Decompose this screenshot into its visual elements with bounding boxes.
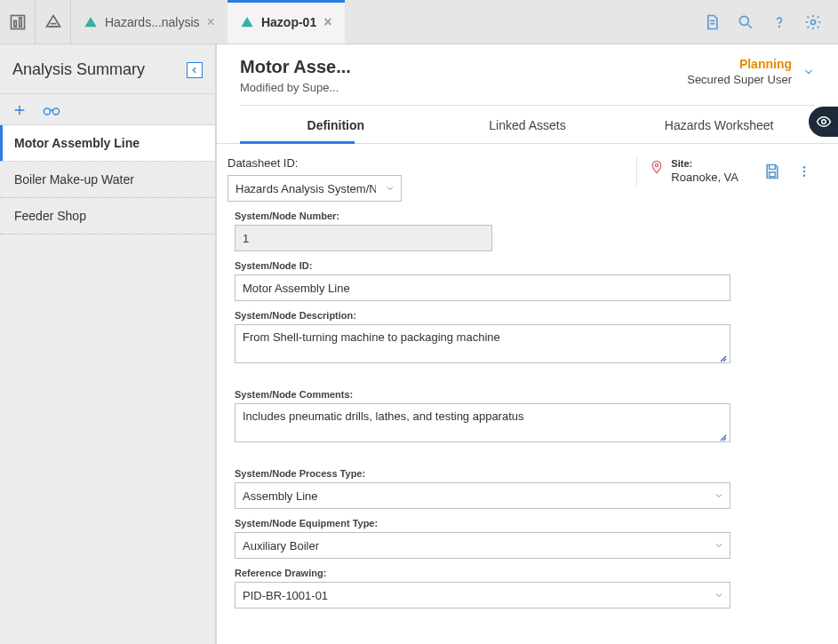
sidebar-item-label: Motor Assembly Line	[14, 136, 140, 150]
svg-point-9	[656, 163, 658, 166]
equipment-type-value: Auxiliary Boiler	[243, 539, 319, 553]
svg-rect-1	[13, 20, 15, 27]
svg-point-8	[822, 120, 826, 124]
document-icon	[703, 13, 721, 31]
svg-point-7	[52, 108, 59, 115]
collapse-sidebar-button[interactable]	[187, 62, 203, 78]
site-value: Roanoke, VA	[671, 171, 738, 184]
sidebar: Analysis Summary Motor Assembly Line B	[0, 44, 217, 644]
plus-icon	[12, 103, 27, 117]
close-icon[interactable]: ×	[207, 14, 215, 30]
more-actions-button[interactable]	[797, 163, 811, 180]
settings-button[interactable]	[797, 6, 829, 38]
main-content: Motor Asse... Modified by Supe... Planni…	[217, 44, 838, 644]
ref-drawing-value: PID-BR-1001-01	[243, 589, 328, 602]
chevron-down-icon	[802, 66, 815, 78]
svg-point-3	[739, 16, 748, 25]
ref-drawing-select[interactable]: PID-BR-1001-01	[235, 582, 730, 608]
node-id-input[interactable]	[235, 274, 730, 301]
svg-point-12	[803, 170, 806, 172]
datasheet-id-label: Datasheet ID:	[227, 156, 619, 170]
current-user-label: Secured Super User	[687, 73, 792, 86]
page-title: Motor Asse...	[240, 57, 364, 77]
sidebar-item-label: Feeder Shop	[14, 209, 86, 223]
hazard-triangle-icon	[240, 15, 254, 29]
site-label: Site:	[671, 158, 738, 169]
node-desc-label: System/Node Description:	[235, 310, 815, 321]
dashboard-icon	[9, 13, 27, 31]
sidebar-item-feeder-shop[interactable]: Feeder Shop	[0, 198, 215, 235]
help-button[interactable]	[763, 6, 795, 38]
svg-rect-2	[19, 18, 21, 27]
node-number-input	[235, 225, 492, 251]
chevron-down-icon	[385, 183, 395, 194]
sidebar-item-motor-assembly-line[interactable]: Motor Assembly Line	[0, 125, 215, 162]
topbar: Hazards...nalysis × Hazop-01 ×	[0, 0, 838, 44]
search-button[interactable]	[730, 6, 762, 38]
process-type-select[interactable]: Assembly Line	[235, 482, 730, 509]
sidebar-item-label: Boiler Make-up Water	[14, 172, 134, 187]
help-icon	[770, 13, 788, 31]
quick-view-button[interactable]	[809, 107, 838, 137]
tab-definition[interactable]: Definition	[240, 106, 432, 143]
subtab-label: Hazards Worksheet	[665, 118, 774, 132]
datasheet-id-value: Hazards Analysis System/Node	[235, 182, 376, 195]
sidebar-item-boiler-make-up-water[interactable]: Boiler Make-up Water	[0, 162, 215, 198]
tab-label: Hazop-01	[261, 15, 316, 29]
triangle-stack-icon	[44, 13, 62, 31]
close-icon[interactable]: ×	[323, 14, 331, 30]
save-button[interactable]	[763, 163, 781, 180]
save-icon	[763, 163, 781, 180]
svg-point-11	[803, 166, 806, 169]
tab-linked-assets[interactable]: Linked Assets	[432, 106, 624, 143]
svg-rect-10	[770, 171, 776, 176]
node-number-label: System/Node Number:	[235, 211, 815, 221]
hazard-module-icon-button[interactable]	[36, 0, 71, 44]
node-id-label: System/Node ID:	[235, 260, 815, 271]
process-type-value: Assembly Line	[243, 489, 318, 503]
chevron-down-icon	[714, 490, 724, 501]
modified-by-label: Modified by Supe...	[240, 81, 687, 94]
status-dropdown-button[interactable]	[802, 66, 815, 78]
search-icon	[737, 13, 754, 31]
subtab-label: Linked Assets	[489, 118, 565, 132]
svg-point-13	[803, 174, 806, 177]
reference-docs-button[interactable]	[696, 6, 728, 38]
svg-point-5	[811, 20, 816, 24]
ref-drawing-label: Reference Drawing:	[235, 568, 815, 578]
equipment-type-select[interactable]: Auxiliary Boiler	[235, 532, 730, 559]
tab-label: Hazards...nalysis	[105, 15, 200, 29]
gear-icon	[804, 13, 822, 31]
svg-point-6	[44, 108, 50, 115]
node-comments-textarea[interactable]	[235, 403, 730, 442]
equipment-type-label: System/Node Equipment Type:	[235, 518, 815, 529]
status-badge: Planning	[687, 57, 792, 71]
chevron-left-icon	[190, 66, 199, 75]
subtab-label: Definition	[307, 118, 365, 132]
node-comments-label: System/Node Comments:	[235, 389, 815, 400]
hazard-triangle-icon	[84, 15, 98, 29]
sidebar-title: Analysis Summary	[12, 60, 145, 79]
eye-icon	[816, 114, 832, 130]
chevron-down-icon	[714, 590, 724, 600]
tab-hazards-worksheet[interactable]: Hazards Worksheet	[623, 106, 815, 143]
process-type-label: System/Node Process Type:	[235, 468, 815, 479]
kebab-icon	[797, 163, 811, 180]
chevron-down-icon	[714, 540, 724, 551]
datasheet-id-select[interactable]: Hazards Analysis System/Node	[227, 175, 402, 202]
binoculars-icon	[43, 103, 60, 117]
svg-rect-0	[11, 15, 24, 28]
add-node-button[interactable]	[12, 103, 27, 117]
tab-hazop-01[interactable]: Hazop-01 ×	[227, 0, 345, 44]
location-pin-icon	[650, 158, 664, 176]
dashboard-icon-button[interactable]	[0, 0, 36, 44]
node-desc-textarea[interactable]	[235, 324, 730, 363]
svg-point-4	[779, 26, 780, 27]
search-nodes-button[interactable]	[43, 103, 60, 117]
tab-hazards-analysis[interactable]: Hazards...nalysis ×	[71, 0, 227, 44]
